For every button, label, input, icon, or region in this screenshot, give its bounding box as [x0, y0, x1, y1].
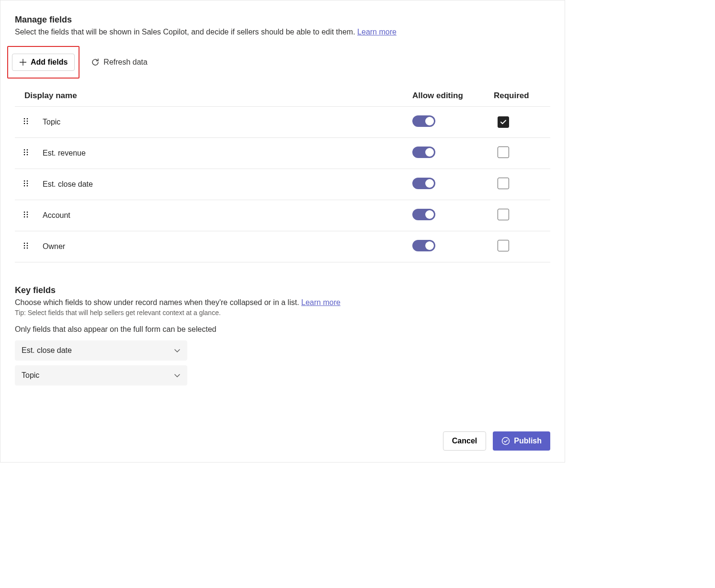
key-fields-title: Key fields: [15, 285, 550, 295]
field-name: Est. revenue: [37, 138, 407, 169]
svg-point-28: [24, 248, 25, 249]
allow-editing-toggle[interactable]: [412, 147, 435, 158]
svg-point-25: [27, 243, 28, 244]
svg-point-13: [27, 181, 28, 182]
svg-point-2: [24, 121, 25, 122]
field-name: Topic: [37, 107, 407, 138]
svg-point-3: [27, 121, 28, 122]
drag-handle-icon[interactable]: [23, 242, 29, 251]
required-checkbox[interactable]: [498, 209, 509, 220]
refresh-icon: [91, 58, 100, 67]
svg-point-8: [24, 152, 25, 153]
svg-point-6: [24, 149, 25, 151]
key-desc-text: Choose which fields to show under record…: [15, 298, 301, 306]
refresh-label: Refresh data: [103, 58, 148, 67]
add-fields-label: Add fields: [31, 58, 68, 67]
manage-fields-title: Manage fields: [15, 15, 550, 25]
key-fields-tip: Tip: Select fields that will help seller…: [15, 309, 550, 317]
chevron-down-icon: [174, 347, 181, 354]
refresh-data-button[interactable]: Refresh data: [88, 57, 150, 67]
publish-button[interactable]: Publish: [493, 431, 550, 451]
manage-fields-description: Select the fields that will be shown in …: [15, 28, 550, 36]
key-field-select-1-value: Est. close date: [22, 346, 72, 355]
allow-editing-toggle[interactable]: [412, 115, 435, 127]
svg-point-26: [24, 245, 25, 247]
col-required: Required: [488, 86, 550, 107]
chevron-down-icon: [174, 372, 181, 379]
key-fields-description: Choose which fields to show under record…: [15, 298, 550, 307]
drag-handle-icon[interactable]: [23, 211, 29, 220]
manage-desc-text: Select the fields that will be shown in …: [15, 28, 357, 36]
required-checkbox[interactable]: [498, 240, 509, 251]
field-name: Est. close date: [37, 169, 407, 200]
svg-point-22: [24, 216, 25, 218]
key-fields-note: Only fields that also appear on the full…: [15, 325, 550, 334]
plus-icon: [19, 58, 27, 66]
svg-point-9: [27, 152, 28, 153]
svg-point-11: [27, 154, 28, 156]
required-checkbox[interactable]: [498, 147, 509, 158]
col-display-name: Display name: [15, 86, 407, 107]
cancel-button[interactable]: Cancel: [443, 431, 486, 451]
table-row: Est. revenue: [15, 138, 550, 169]
svg-point-17: [27, 185, 28, 187]
manage-learn-more-link[interactable]: Learn more: [357, 28, 397, 36]
svg-point-27: [27, 245, 28, 247]
svg-point-4: [24, 123, 25, 124]
required-checkbox[interactable]: [498, 116, 509, 128]
add-fields-button[interactable]: Add fields: [12, 54, 75, 71]
drag-handle-icon[interactable]: [23, 180, 29, 189]
svg-point-29: [27, 248, 28, 249]
table-row: Est. close date: [15, 169, 550, 200]
col-allow-editing: Allow editing: [407, 86, 488, 107]
allow-editing-toggle[interactable]: [412, 240, 435, 251]
table-row: Owner: [15, 231, 550, 262]
svg-point-7: [27, 149, 28, 151]
svg-point-10: [24, 154, 25, 156]
check-circle-icon: [501, 437, 510, 445]
svg-point-21: [27, 214, 28, 215]
publish-label: Publish: [514, 437, 542, 445]
key-field-select-1[interactable]: Est. close date: [15, 340, 187, 361]
svg-point-16: [24, 185, 25, 187]
svg-point-5: [27, 123, 28, 124]
table-row: Account: [15, 200, 550, 231]
svg-point-15: [27, 183, 28, 184]
required-checkbox[interactable]: [498, 178, 509, 189]
svg-point-30: [502, 438, 510, 445]
svg-point-20: [24, 214, 25, 215]
drag-handle-icon[interactable]: [23, 148, 29, 158]
svg-point-1: [27, 118, 28, 120]
key-field-select-2[interactable]: Topic: [15, 365, 187, 385]
key-learn-more-link[interactable]: Learn more: [301, 298, 340, 306]
svg-point-14: [24, 183, 25, 184]
add-fields-highlight: Add fields: [7, 46, 79, 79]
fields-table: Display name Allow editing Required Topi…: [15, 86, 550, 262]
svg-point-19: [27, 212, 28, 213]
field-name: Owner: [37, 231, 407, 262]
allow-editing-toggle[interactable]: [412, 209, 435, 220]
field-name: Account: [37, 200, 407, 231]
table-row: Topic: [15, 107, 550, 138]
drag-handle-icon[interactable]: [23, 117, 29, 127]
svg-point-23: [27, 216, 28, 218]
svg-point-18: [24, 212, 25, 213]
svg-point-12: [24, 181, 25, 182]
svg-point-24: [24, 243, 25, 244]
svg-point-0: [24, 118, 25, 120]
allow-editing-toggle[interactable]: [412, 178, 435, 189]
key-field-select-2-value: Topic: [22, 371, 39, 380]
